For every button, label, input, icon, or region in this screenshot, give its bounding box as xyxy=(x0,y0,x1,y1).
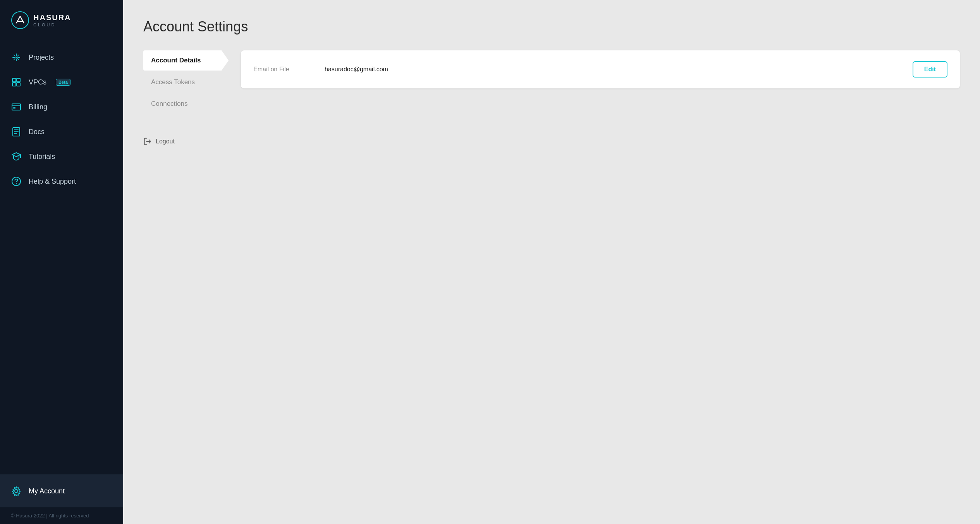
my-account-label: My Account xyxy=(29,487,65,495)
sidebar: HASURA CLOUD Projects xyxy=(0,0,123,524)
email-value: hasuradoc@gmail.com xyxy=(325,66,903,73)
logo-cloud-label: CLOUD xyxy=(33,22,71,27)
sidebar-item-tutorials[interactable]: Tutorials xyxy=(0,144,123,169)
svg-rect-12 xyxy=(12,83,16,86)
logo-area: HASURA CLOUD xyxy=(0,0,123,42)
section-tabs: Account Details Access Tokens Connection… xyxy=(143,50,229,115)
logout-button[interactable]: Logout xyxy=(143,134,175,149)
logout-icon xyxy=(143,137,152,146)
sidebar-item-docs[interactable]: Docs xyxy=(0,119,123,144)
page-title: Account Settings xyxy=(143,19,960,35)
sidebar-item-help-support[interactable]: Help & Support xyxy=(0,169,123,194)
sidebar-item-billing[interactable]: Billing xyxy=(0,95,123,119)
sidebar-item-vpcs[interactable]: VPCs Beta xyxy=(0,70,123,95)
content-panel: Email on File hasuradoc@gmail.com Edit xyxy=(241,50,960,88)
beta-badge: Beta xyxy=(56,79,70,86)
sidebar-item-billing-label: Billing xyxy=(29,103,47,111)
tutorials-icon xyxy=(11,151,22,162)
svg-rect-16 xyxy=(13,107,15,109)
sidebar-item-docs-label: Docs xyxy=(29,128,45,136)
svg-rect-11 xyxy=(17,78,20,82)
content-layout: Account Details Access Tokens Connection… xyxy=(143,50,960,115)
main-content: Account Settings Account Details Access … xyxy=(123,0,980,524)
copyright-text: © Hasura 2022 | All rights reserved xyxy=(0,507,123,524)
sidebar-item-tutorials-label: Tutorials xyxy=(29,153,55,161)
svg-point-0 xyxy=(12,12,29,29)
svg-line-9 xyxy=(14,59,15,60)
sparkle-icon xyxy=(11,52,22,63)
logo-hasura-label: HASURA xyxy=(33,13,71,22)
svg-line-8 xyxy=(17,55,19,57)
svg-rect-13 xyxy=(17,83,20,86)
logo-text: HASURA CLOUD xyxy=(33,13,71,27)
my-account-item[interactable]: My Account xyxy=(0,475,123,507)
sidebar-footer: My Account © Hasura 2022 | All rights re… xyxy=(0,474,123,524)
sidebar-item-help-support-label: Help & Support xyxy=(29,178,76,186)
svg-line-6 xyxy=(14,55,15,57)
svg-line-7 xyxy=(17,59,19,60)
sidebar-item-vpcs-label: VPCs xyxy=(29,78,46,86)
sidebar-nav: Projects VPCs Beta xyxy=(0,42,123,474)
svg-point-24 xyxy=(15,490,18,493)
sidebar-item-projects-label: Projects xyxy=(29,53,54,62)
tab-account-details[interactable]: Account Details xyxy=(143,50,229,71)
svg-rect-14 xyxy=(12,104,21,110)
email-info-card: Email on File hasuradoc@gmail.com Edit xyxy=(241,50,960,88)
gear-icon xyxy=(11,486,22,496)
tab-connections[interactable]: Connections xyxy=(143,94,229,114)
svg-point-23 xyxy=(16,183,17,184)
svg-point-1 xyxy=(15,57,17,58)
svg-point-22 xyxy=(12,177,21,186)
sidebar-item-projects[interactable]: Projects xyxy=(0,45,123,70)
logout-label: Logout xyxy=(156,138,175,145)
edit-button[interactable]: Edit xyxy=(913,61,947,78)
logout-area: Logout xyxy=(143,134,960,149)
tab-access-tokens[interactable]: Access Tokens xyxy=(143,72,229,92)
grid-icon xyxy=(11,77,22,88)
hasura-logo-icon xyxy=(11,11,29,29)
svg-rect-10 xyxy=(12,78,16,82)
billing-icon xyxy=(11,102,22,112)
docs-icon xyxy=(11,126,22,137)
email-label: Email on File xyxy=(253,66,315,73)
help-icon xyxy=(11,176,22,187)
